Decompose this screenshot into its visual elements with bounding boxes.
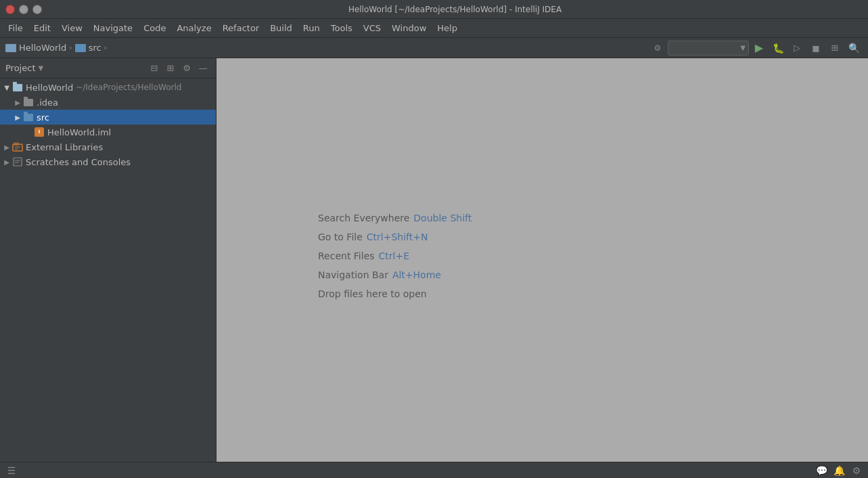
idea-folder-icon: [23, 97, 34, 108]
collapse-all-button[interactable]: ⊟: [147, 61, 162, 76]
tree-item-idea[interactable]: ▶ .idea: [0, 95, 216, 110]
tree-label-iml: HelloWorld.iml: [47, 127, 111, 137]
settings-button[interactable]: ⚙: [179, 61, 194, 76]
sidebar-panel-arrow[interactable]: ▼: [38, 64, 43, 72]
tree-arrow-src: ▶: [12, 110, 23, 125]
menu-item-run[interactable]: Run: [298, 21, 325, 35]
navigation-bar: HelloWorld › src › ⚙ ▼ ▶ 🐛 ▷ ◼ ⊞ 🔍: [0, 38, 868, 58]
hint-shortcut-nav: Alt+Home: [392, 269, 441, 280]
tree-item-helloworld[interactable]: ▼ HelloWorld ~/IdeaProjects/HelloWorld: [0, 80, 216, 95]
status-bar-left: ☰: [5, 464, 18, 477]
tree-arrow-ext-libs: ▶: [1, 139, 12, 154]
hint-shortcut-search: Double Shift: [413, 213, 472, 223]
hint-search-everywhere: Search Everywhere Double Shift: [318, 213, 472, 223]
svg-rect-4: [14, 158, 22, 166]
src-folder-icon: [23, 112, 34, 123]
status-menu-icon[interactable]: ☰: [5, 464, 18, 477]
search-everywhere-button[interactable]: 🔍: [845, 41, 863, 56]
debug-button[interactable]: 🐛: [769, 41, 787, 56]
tree-label-scratches: Scratches and Consoles: [26, 157, 131, 167]
project-folder-icon: [5, 44, 16, 52]
project-tree: ▼ HelloWorld ~/IdeaProjects/HelloWorld ▶…: [0, 79, 216, 462]
sidebar: Project ▼ ⊟ ⊞ ⚙ — ▼ HelloWorld ~/IdeaPro…: [0, 58, 216, 462]
window-title: HelloWorld [~/IdeaProjects/HelloWorld] -…: [47, 5, 863, 14]
dropdown-arrow-icon: ▼: [740, 44, 746, 51]
menu-item-help[interactable]: Help: [432, 21, 463, 35]
tree-arrow-scratches: ▶: [1, 154, 12, 169]
tree-item-iml[interactable]: ▶ I HelloWorld.iml: [0, 125, 216, 139]
hide-button[interactable]: —: [196, 61, 210, 76]
tree-item-src[interactable]: ▶ src: [0, 110, 216, 125]
menu-item-code[interactable]: Code: [138, 21, 171, 35]
close-button[interactable]: [5, 5, 15, 14]
tree-label-src: src: [37, 112, 49, 123]
menu-item-navigate[interactable]: Navigate: [88, 21, 138, 35]
menu-item-file[interactable]: File: [3, 21, 28, 35]
tree-arrow-helloworld: ▼: [1, 80, 12, 95]
minimize-button[interactable]: [19, 5, 28, 14]
helloworld-folder-icon: [12, 82, 23, 93]
layout-toggle-button[interactable]: ⊞: [826, 41, 844, 56]
run-with-coverage-button[interactable]: ▷: [788, 41, 806, 56]
iml-file-icon: I: [34, 127, 45, 137]
scratches-icon: [12, 156, 23, 167]
main-content: Project ▼ ⊟ ⊞ ⚙ — ▼ HelloWorld ~/IdeaPro…: [0, 58, 868, 462]
expand-all-button[interactable]: ⊞: [163, 61, 178, 76]
editor-area: Search Everywhere Double Shift Go to Fil…: [216, 58, 868, 462]
title-bar: HelloWorld [~/IdeaProjects/HelloWorld] -…: [0, 0, 868, 19]
hint-recent-files: Recent Files Ctrl+E: [318, 251, 409, 261]
menu-item-view[interactable]: View: [56, 21, 88, 35]
hint-shortcut-recent: Ctrl+E: [379, 251, 410, 261]
status-event-log-icon[interactable]: 💬: [815, 464, 827, 477]
status-notifications-icon[interactable]: 🔔: [833, 464, 845, 477]
menu-bar: FileEditViewNavigateCodeAnalyzeRefactorB…: [0, 19, 868, 38]
maximize-button[interactable]: [32, 5, 42, 14]
tree-label-ext-libs: External Libraries: [26, 142, 103, 152]
menu-item-analyze[interactable]: Analyze: [171, 21, 216, 35]
sidebar-header-buttons: ⊟ ⊞ ⚙ —: [147, 61, 210, 76]
breadcrumb-src[interactable]: src: [89, 43, 101, 53]
status-bar-right: 💬 🔔 ⚙: [815, 464, 863, 477]
menu-item-refactor[interactable]: Refactor: [217, 21, 265, 35]
tree-label-helloworld-path: ~/IdeaProjects/HelloWorld: [76, 83, 181, 92]
breadcrumb-sep2: ›: [104, 43, 107, 52]
run-config-selector[interactable]: ▼: [668, 41, 749, 56]
hint-static-nav: Navigation Bar: [318, 269, 388, 280]
sidebar-header: Project ▼ ⊟ ⊞ ⚙ —: [0, 58, 216, 79]
hint-static-search: Search Everywhere: [318, 213, 409, 223]
menu-item-build[interactable]: Build: [265, 21, 298, 35]
status-bar: ☰ 💬 🔔 ⚙: [0, 462, 868, 478]
breadcrumb: HelloWorld › src ›: [5, 43, 107, 53]
tree-item-scratches[interactable]: ▶ Scratches and Consoles: [0, 154, 216, 169]
hint-static-goto: Go to File: [318, 232, 363, 242]
hint-nav-bar: Navigation Bar Alt+Home: [318, 269, 441, 280]
tree-item-external-libs[interactable]: ▶ External Libraries: [0, 139, 216, 154]
menu-item-window[interactable]: Window: [386, 21, 432, 35]
run-button[interactable]: ▶: [750, 41, 768, 56]
tree-arrow-idea: ▶: [12, 95, 23, 110]
hint-static-drop: Drop files here to open: [318, 288, 427, 299]
status-settings-icon[interactable]: ⚙: [850, 464, 863, 477]
run-config-icon[interactable]: ⚙: [649, 41, 666, 56]
breadcrumb-root[interactable]: HelloWorld: [19, 43, 66, 53]
hint-drop-files: Drop files here to open: [318, 288, 427, 299]
breadcrumb-sep1: ›: [69, 43, 72, 52]
hint-goto-file: Go to File Ctrl+Shift+N: [318, 232, 428, 242]
stop-button[interactable]: ◼: [807, 41, 825, 56]
sidebar-title: Project: [5, 63, 35, 73]
hint-static-recent: Recent Files: [318, 251, 375, 261]
src-folder-icon-nav: [75, 44, 86, 52]
window-buttons: [5, 5, 42, 14]
menu-item-edit[interactable]: Edit: [28, 21, 56, 35]
tree-label-idea: .idea: [37, 97, 58, 108]
tree-label-helloworld: HelloWorld: [26, 83, 73, 93]
menu-item-tools[interactable]: Tools: [325, 21, 358, 35]
hint-shortcut-goto: Ctrl+Shift+N: [367, 232, 428, 242]
nav-toolbar-right: ⚙ ▼ ▶ 🐛 ▷ ◼ ⊞ 🔍: [649, 41, 863, 56]
menu-item-vcs[interactable]: VCS: [358, 21, 386, 35]
external-libs-icon: [12, 142, 23, 152]
